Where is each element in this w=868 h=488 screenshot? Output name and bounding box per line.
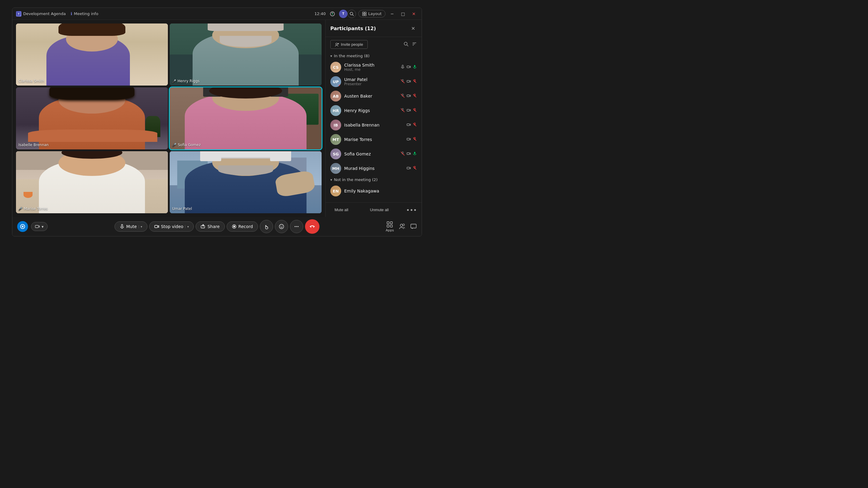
name-austen: Austen Baker (344, 94, 398, 98)
emoji-button[interactable] (275, 220, 288, 233)
maximize-button[interactable]: □ (399, 10, 407, 18)
share-button[interactable]: Share (195, 221, 224, 232)
svg-rect-47 (407, 167, 410, 169)
svg-point-60 (279, 224, 284, 229)
raise-hand-button[interactable] (260, 220, 273, 233)
svg-rect-46 (414, 152, 415, 154)
video-tile-henry[interactable]: 🎤 Henry Riggs (170, 24, 321, 86)
tab-development-agenda[interactable]: T Development Agenda (16, 11, 66, 17)
mic-muted-icon-henry (401, 108, 405, 113)
meeting-info-label: Meeting info (74, 11, 98, 16)
svg-line-33 (401, 108, 404, 112)
name-clarissa: Clarissa Smith (344, 63, 398, 67)
more-options-button[interactable]: ••• (406, 206, 417, 214)
search-button[interactable] (347, 10, 356, 18)
apps-button[interactable]: Apps (386, 221, 394, 232)
mute-all-button[interactable]: Mute all (330, 206, 352, 214)
video-tile-clarissa[interactable]: Clarissa Smith (16, 24, 168, 86)
svg-rect-52 (35, 225, 38, 228)
initials-sofia: SG (330, 149, 341, 159)
invite-people-button[interactable]: Invite people (330, 40, 368, 49)
label-isabelle: Isabelle Brennan (19, 143, 49, 147)
mute-button[interactable]: Mute ▾ (115, 221, 147, 232)
video-tile-marise[interactable]: 🎤 Marise Torres (16, 151, 168, 213)
svg-point-9 (336, 43, 338, 45)
video-chevron: ▾ (185, 225, 189, 228)
unmute-all-button[interactable]: Unmute all (366, 206, 393, 214)
layout-button[interactable]: Layout (358, 10, 385, 18)
stop-video-button[interactable]: Stop video ▾ (149, 221, 194, 232)
icons-sofia (401, 152, 417, 157)
video-tile-sofia[interactable]: 🎤 Sofia Gomez (170, 87, 321, 150)
video-grid: Clarissa Smith (16, 24, 321, 213)
svg-line-49 (413, 167, 416, 170)
initials-emily: EN (330, 186, 341, 196)
chat-button[interactable] (410, 223, 417, 230)
svg-line-26 (413, 80, 416, 83)
close-panel-button[interactable]: ✕ (410, 25, 417, 32)
participant-row-isabella[interactable]: IB Isabella Brennan (326, 118, 422, 132)
svg-point-64 (296, 226, 297, 227)
svg-rect-53 (121, 224, 123, 227)
search-participants-button[interactable] (404, 41, 408, 47)
record-button[interactable]: Record (227, 221, 258, 232)
sort-participants-button[interactable] (412, 41, 417, 47)
app-window: T Development Agenda ℹ Meeting info 12:4… (12, 7, 422, 236)
mic-off-icon-isabella (412, 123, 417, 128)
participants-toggle-button[interactable] (399, 223, 405, 230)
toolbar-right-section: Apps (386, 221, 417, 232)
end-call-button[interactable] (305, 219, 319, 234)
svg-rect-17 (402, 65, 403, 67)
icons-marise (407, 137, 417, 142)
participant-row-clarissa[interactable]: CS Clarissa Smith Host, me (326, 60, 422, 74)
icons-henry (401, 108, 417, 113)
icons-austen (401, 94, 417, 99)
participant-row-umar[interactable]: UP Umar Patel Presenter (326, 74, 422, 89)
svg-line-36 (413, 109, 416, 112)
tab-meeting-info[interactable]: ℹ Meeting info (70, 11, 98, 16)
svg-rect-20 (414, 65, 415, 67)
in-meeting-section-header[interactable]: ▾ In the meeting (8) (326, 52, 422, 60)
cortana-button[interactable] (17, 221, 28, 232)
minimize-button[interactable]: ─ (388, 10, 396, 18)
svg-line-67 (313, 227, 314, 227)
speaking-icon-sofia (412, 152, 417, 157)
more-options-toolbar-button[interactable] (290, 220, 303, 233)
info-sofia: Sofia Gomez (344, 152, 398, 156)
svg-rect-24 (407, 80, 410, 82)
toolbar: ▾ Mute ▾ Stop video ▾ Share Record (12, 217, 422, 236)
panel-header: Participants (12) ✕ (326, 20, 422, 37)
info-umar: Umar Patel Presenter (344, 77, 398, 86)
camera-quality-button[interactable]: ▾ (31, 222, 48, 231)
name-henry: Henry Riggs (344, 108, 398, 113)
toolbar-center-section: Mute ▾ Stop video ▾ Share Record (115, 219, 319, 234)
participant-row-murad[interactable]: MH Murad Higgins (326, 161, 422, 175)
close-button[interactable]: ✕ (410, 10, 418, 18)
initials-marise: MT (330, 134, 341, 145)
not-in-meeting-section-header[interactable]: ▾ Not in the meeting (2) (326, 175, 422, 184)
svg-rect-68 (387, 222, 389, 224)
info-murad: Murad Higgins (344, 166, 404, 171)
participant-row-marise[interactable]: MT Marise Torres (326, 132, 422, 147)
mic-icon-clarissa (401, 65, 405, 70)
participant-row-emily[interactable]: EN Emily Nakagawa (326, 184, 422, 198)
mic-off-icon-murad (412, 166, 417, 171)
name-marise: Marise Torres (344, 137, 404, 142)
participant-row-austen[interactable]: AB Austen Baker (326, 89, 422, 103)
info-austen: Austen Baker (344, 94, 398, 98)
development-agenda-label: Development Agenda (23, 11, 66, 16)
video-tile-isabelle[interactable]: Isabelle Brennan (16, 87, 168, 150)
main-content: Clarissa Smith (12, 20, 422, 217)
camera-icon-henry (407, 108, 411, 113)
video-tile-umar[interactable]: Umar Patel (170, 151, 321, 213)
mute-chevron: ▾ (138, 225, 142, 228)
in-meeting-chevron: ▾ (330, 54, 332, 58)
signal-icon[interactable] (328, 10, 337, 18)
participant-row-henry[interactable]: HR Henry Riggs (326, 103, 422, 118)
mic-off-icon-henry (412, 108, 417, 113)
teams-activity-icon[interactable]: T (339, 10, 347, 18)
svg-rect-5 (363, 12, 364, 13)
participant-row-sofia[interactable]: SG Sofia Gomez (326, 147, 422, 161)
svg-rect-34 (407, 109, 410, 111)
svg-point-62 (282, 226, 283, 227)
